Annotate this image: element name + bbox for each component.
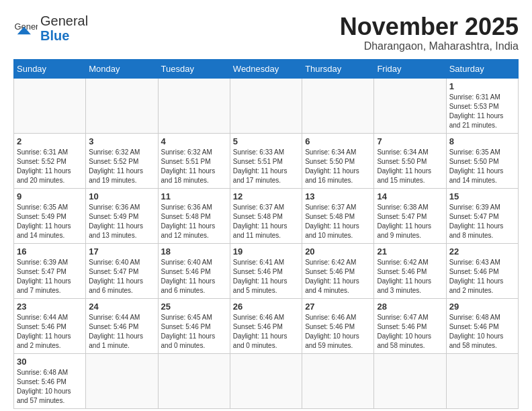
day-number: 13 [305,191,371,201]
calendar-cell: 18Sunrise: 6:40 AM Sunset: 5:46 PM Dayli… [158,243,230,298]
day-number: 12 [233,191,299,201]
calendar-cell: 10Sunrise: 6:36 AM Sunset: 5:49 PM Dayli… [86,188,158,243]
calendar-cell: 3Sunrise: 6:32 AM Sunset: 5:52 PM Daylig… [86,133,158,188]
day-info: Sunrise: 6:35 AM Sunset: 5:49 PM Dayligh… [17,203,83,240]
calendar-cell: 15Sunrise: 6:39 AM Sunset: 5:47 PM Dayli… [446,188,518,243]
calendar-cell: 20Sunrise: 6:42 AM Sunset: 5:46 PM Dayli… [302,243,374,298]
calendar-cell: 12Sunrise: 6:37 AM Sunset: 5:48 PM Dayli… [230,188,302,243]
day-number: 30 [17,357,83,367]
day-info: Sunrise: 6:31 AM Sunset: 5:53 PM Dayligh… [449,93,515,130]
header-section: General General Blue November 2025 Dhara… [13,13,519,52]
day-info: Sunrise: 6:43 AM Sunset: 5:46 PM Dayligh… [449,258,515,295]
day-number: 15 [449,191,515,201]
day-number: 10 [89,191,154,201]
calendar-cell [86,353,158,408]
calendar-cell: 11Sunrise: 6:36 AM Sunset: 5:48 PM Dayli… [158,188,230,243]
day-info: Sunrise: 6:34 AM Sunset: 5:50 PM Dayligh… [305,148,371,185]
day-info: Sunrise: 6:37 AM Sunset: 5:48 PM Dayligh… [233,203,299,240]
calendar-cell [230,353,302,408]
calendar-cell: 29Sunrise: 6:48 AM Sunset: 5:46 PM Dayli… [446,298,518,353]
day-info: Sunrise: 6:41 AM Sunset: 5:46 PM Dayligh… [233,258,299,295]
day-number: 16 [17,246,83,257]
weekday-header-sunday: Sunday [14,59,86,78]
day-info: Sunrise: 6:40 AM Sunset: 5:47 PM Dayligh… [89,258,154,295]
calendar-cell: 28Sunrise: 6:47 AM Sunset: 5:46 PM Dayli… [374,298,446,353]
day-number: 29 [449,302,515,312]
day-number: 22 [449,246,515,257]
location: Dharangaon, Maharashtra, India [340,40,519,52]
day-info: Sunrise: 6:36 AM Sunset: 5:48 PM Dayligh… [161,203,227,240]
day-number: 7 [377,136,443,146]
day-number: 20 [305,246,371,257]
day-info: Sunrise: 6:48 AM Sunset: 5:46 PM Dayligh… [17,368,83,406]
day-number: 27 [305,302,371,312]
day-number: 21 [377,246,443,257]
calendar-week-1: 1Sunrise: 6:31 AM Sunset: 5:53 PM Daylig… [14,78,519,133]
day-info: Sunrise: 6:47 AM Sunset: 5:46 PM Dayligh… [377,313,443,351]
weekday-header-wednesday: Wednesday [230,59,302,78]
day-number: 2 [17,136,83,146]
day-info: Sunrise: 6:36 AM Sunset: 5:49 PM Dayligh… [89,203,154,240]
calendar-cell: 14Sunrise: 6:38 AM Sunset: 5:47 PM Dayli… [374,188,446,243]
day-info: Sunrise: 6:42 AM Sunset: 5:46 PM Dayligh… [305,258,371,295]
calendar-cell [446,353,518,408]
calendar-cell: 19Sunrise: 6:41 AM Sunset: 5:46 PM Dayli… [230,243,302,298]
day-info: Sunrise: 6:42 AM Sunset: 5:46 PM Dayligh… [377,258,443,295]
calendar-cell: 5Sunrise: 6:33 AM Sunset: 5:51 PM Daylig… [230,133,302,188]
calendar-week-4: 16Sunrise: 6:39 AM Sunset: 5:47 PM Dayli… [14,243,519,298]
day-number: 19 [233,246,299,257]
day-info: Sunrise: 6:33 AM Sunset: 5:51 PM Dayligh… [233,148,299,185]
calendar-cell [374,78,446,133]
day-info: Sunrise: 6:31 AM Sunset: 5:52 PM Dayligh… [17,148,83,185]
calendar-week-5: 23Sunrise: 6:44 AM Sunset: 5:46 PM Dayli… [14,298,519,353]
calendar-cell: 25Sunrise: 6:45 AM Sunset: 5:46 PM Dayli… [158,298,230,353]
calendar-cell: 2Sunrise: 6:31 AM Sunset: 5:52 PM Daylig… [14,133,86,188]
day-info: Sunrise: 6:32 AM Sunset: 5:52 PM Dayligh… [89,148,154,185]
calendar-cell: 26Sunrise: 6:46 AM Sunset: 5:46 PM Dayli… [230,298,302,353]
calendar-cell [302,353,374,408]
day-number: 11 [161,191,227,201]
day-info: Sunrise: 6:40 AM Sunset: 5:46 PM Dayligh… [161,258,227,295]
calendar-cell: 7Sunrise: 6:34 AM Sunset: 5:50 PM Daylig… [374,133,446,188]
day-info: Sunrise: 6:34 AM Sunset: 5:50 PM Dayligh… [377,148,443,185]
day-info: Sunrise: 6:39 AM Sunset: 5:47 PM Dayligh… [17,258,83,295]
day-number: 6 [305,136,371,146]
day-number: 28 [377,302,443,312]
day-info: Sunrise: 6:46 AM Sunset: 5:46 PM Dayligh… [305,313,371,351]
day-info: Sunrise: 6:44 AM Sunset: 5:46 PM Dayligh… [89,313,154,351]
calendar-cell: 27Sunrise: 6:46 AM Sunset: 5:46 PM Dayli… [302,298,374,353]
calendar-cell: 1Sunrise: 6:31 AM Sunset: 5:53 PM Daylig… [446,78,518,133]
day-number: 25 [161,302,227,312]
day-number: 1 [449,81,515,91]
day-number: 9 [17,191,83,201]
day-info: Sunrise: 6:37 AM Sunset: 5:48 PM Dayligh… [305,203,371,240]
day-number: 23 [17,302,83,312]
calendar-cell: 24Sunrise: 6:44 AM Sunset: 5:46 PM Dayli… [86,298,158,353]
calendar-cell: 23Sunrise: 6:44 AM Sunset: 5:46 PM Dayli… [14,298,86,353]
calendar-cell: 17Sunrise: 6:40 AM Sunset: 5:47 PM Dayli… [86,243,158,298]
calendar-cell [302,78,374,133]
day-info: Sunrise: 6:35 AM Sunset: 5:50 PM Dayligh… [449,148,515,185]
day-number: 14 [377,191,443,201]
weekday-header-row: SundayMondayTuesdayWednesdayThursdayFrid… [14,59,519,78]
calendar-cell: 8Sunrise: 6:35 AM Sunset: 5:50 PM Daylig… [446,133,518,188]
day-info: Sunrise: 6:45 AM Sunset: 5:46 PM Dayligh… [161,313,227,351]
day-info: Sunrise: 6:44 AM Sunset: 5:46 PM Dayligh… [17,313,83,351]
calendar-table: SundayMondayTuesdayWednesdayThursdayFrid… [13,59,519,409]
day-number: 17 [89,246,154,257]
calendar-week-6: 30Sunrise: 6:48 AM Sunset: 5:46 PM Dayli… [14,353,519,408]
weekday-header-tuesday: Tuesday [158,59,230,78]
calendar-cell [374,353,446,408]
day-info: Sunrise: 6:39 AM Sunset: 5:47 PM Dayligh… [449,203,515,240]
day-info: Sunrise: 6:46 AM Sunset: 5:46 PM Dayligh… [233,313,299,351]
calendar-cell: 4Sunrise: 6:32 AM Sunset: 5:51 PM Daylig… [158,133,230,188]
month-title: November 2025 [340,13,519,40]
day-number: 24 [89,302,154,312]
day-number: 5 [233,136,299,146]
calendar-cell: 9Sunrise: 6:35 AM Sunset: 5:49 PM Daylig… [14,188,86,243]
calendar-cell: 6Sunrise: 6:34 AM Sunset: 5:50 PM Daylig… [302,133,374,188]
weekday-header-friday: Friday [374,59,446,78]
calendar-cell [158,353,230,408]
calendar-cell [230,78,302,133]
day-number: 4 [161,136,227,146]
